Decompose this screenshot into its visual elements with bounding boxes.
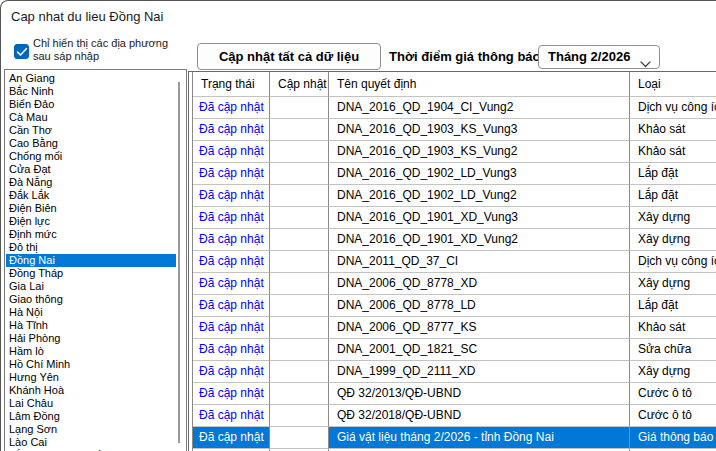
cell-update[interactable] [270,405,329,427]
table-row[interactable]: Đã cập nhậtDNA_2011_QD_37_CIDịch vụ công… [193,251,716,273]
cell-type[interactable]: Xây dựng [630,229,716,251]
cell-status[interactable]: Đã cập nhật [193,119,270,141]
header-status[interactable]: Trạng thái [193,72,270,97]
list-item[interactable]: Gia Lai [6,280,176,293]
cell-name[interactable]: QĐ 32/2018/QĐ-UBND [329,405,630,427]
cell-type[interactable]: Dịch vụ công ích [630,251,716,273]
cell-type[interactable]: Lắp đặt [630,163,716,185]
list-item[interactable]: Đồng Tháp [6,267,176,280]
list-item[interactable]: Lào Cai [6,436,176,449]
table-row[interactable]: Đã cập nhậtGiá vật liệu tháng 2/2026 - t… [193,427,716,449]
cell-type[interactable]: Cước ô tô [630,383,716,405]
list-item[interactable]: Hồ Chí Minh [6,358,176,371]
table-row[interactable]: Đã cập nhậtDNA_2001_QD_1821_SCSửa chữa [193,339,716,361]
cell-name[interactable]: DNA_2001_QD_1821_SC [329,339,630,361]
cell-update[interactable] [270,361,329,383]
cell-name[interactable]: DNA_2016_QD_1903_KS_Vung3 [329,119,630,141]
header-type[interactable]: Loại [630,72,716,97]
cell-update[interactable] [270,97,329,119]
cell-update[interactable] [270,229,329,251]
chevron-down-icon[interactable] [640,54,651,72]
price-time-combobox[interactable]: Tháng 2/2026 [538,45,660,69]
cell-type[interactable]: Khảo sát [630,119,716,141]
list-item[interactable]: Khánh Hoà [6,384,176,397]
cell-update[interactable] [270,427,329,449]
table-row[interactable]: Đã cập nhậtDNA_2016_QD_1901_XD_Vung2Xây … [193,229,716,251]
list-item[interactable]: Cần Thơ [6,124,176,137]
cell-name[interactable]: DNA_2006_QD_8778_LD [329,295,630,317]
list-item[interactable]: Lạng Sơn [6,423,176,436]
cell-type[interactable]: Sửa chữa [630,339,716,361]
list-item[interactable]: Chống mối [6,150,176,163]
cell-name[interactable]: DNA_2016_QD_1901_XD_Vung3 [329,207,630,229]
cell-status[interactable]: Đã cập nhật [193,251,270,273]
cell-status[interactable]: Đã cập nhật [193,97,270,119]
table-row[interactable]: Đã cập nhậtDNA_2016_QD_1902_LD_Vung2Lắp … [193,185,716,207]
cell-name[interactable]: DNA_2011_QD_37_CI [329,251,630,273]
list-item[interactable]: Đắk Lắk [6,189,176,202]
cell-type[interactable]: Lắp đặt [630,295,716,317]
header-name[interactable]: Tên quyết định [329,72,630,97]
cell-status[interactable]: Đã cập nhật [193,229,270,251]
cell-type[interactable]: Khảo sát [630,141,716,163]
cell-update[interactable] [270,273,329,295]
cell-status[interactable]: Đã cập nhật [193,427,270,449]
cell-status[interactable]: Đã cập nhật [193,141,270,163]
list-item[interactable]: Hầm lò [6,345,176,358]
cell-status[interactable]: Đã cập nhật [193,185,270,207]
province-listbox[interactable]: An GiangBắc NinhBiển ĐảoCà MauCần ThơCao… [4,69,187,451]
checkbox-checked-icon[interactable] [14,44,29,59]
cell-type[interactable]: Giá thông báo [630,427,716,449]
listbox-scrollbar[interactable] [178,82,180,443]
cell-name[interactable]: DNA_2016_QD_1903_KS_Vung2 [329,141,630,163]
table-row[interactable]: Đã cập nhậtDNA_2016_QD_1903_KS_Vung3Khảo… [193,119,716,141]
list-item[interactable]: Hà Tĩnh [6,319,176,332]
list-item[interactable]: Đô thị [6,241,176,254]
list-item[interactable]: Bắc Ninh [6,85,176,98]
cell-type[interactable]: Dịch vụ công ích [630,97,716,119]
cell-update[interactable] [270,295,329,317]
cell-status[interactable]: Đã cập nhật [193,207,270,229]
list-item[interactable]: Hưng Yên [6,371,176,384]
list-item[interactable]: Biển Đảo [6,98,176,111]
list-item[interactable]: Định mức [6,228,176,241]
cell-name[interactable]: DNA_2006_QD_8777_KS [329,317,630,339]
table-row[interactable]: Đã cập nhậtQĐ 32/2013/QĐ-UBNDCước ô tô [193,383,716,405]
cell-type[interactable]: Xây dựng [630,361,716,383]
list-item[interactable]: Lâm Đồng [6,410,176,423]
list-item[interactable]: Lai Châu [6,397,176,410]
list-item[interactable]: Hải Phòng [6,332,176,345]
cell-name[interactable]: DNA_1999_QD_2111_XD [329,361,630,383]
cell-status[interactable]: Đã cập nhật [193,383,270,405]
filter-checkbox-group[interactable]: Chỉ hiển thị các địa phương sau sáp nhập [14,37,184,62]
cell-update[interactable] [270,383,329,405]
cell-type[interactable]: Lắp đặt [630,185,716,207]
cell-type[interactable]: Xây dựng [630,207,716,229]
cell-name[interactable]: QĐ 32/2013/QĐ-UBND [329,383,630,405]
cell-name[interactable]: DNA_2016_QD_1904_CI_Vung2 [329,97,630,119]
list-item[interactable]: Đà Nẵng [6,176,176,189]
list-item[interactable]: Hà Nội [6,306,176,319]
update-all-button[interactable]: Cập nhật tất cả dữ liệu [197,43,381,70]
cell-status[interactable]: Đã cập nhật [193,361,270,383]
cell-update[interactable] [270,251,329,273]
cell-type[interactable]: Cước ô tô [630,405,716,427]
table-row[interactable]: Đã cập nhậtDNA_2016_QD_1904_CI_Vung2Dịch… [193,97,716,119]
cell-name[interactable]: Giá vật liệu tháng 2/2026 - tỉnh Đồng Na… [329,427,630,449]
table-row[interactable]: Đã cập nhậtDNA_1999_QD_2111_XDXây dựng [193,361,716,383]
list-item[interactable]: An Giang [6,72,176,85]
list-item[interactable]: Đồng Nai [6,254,176,267]
cell-name[interactable]: DNA_2016_QD_1902_LD_Vung3 [329,163,630,185]
table-row[interactable]: Đã cập nhậtDNA_2006_QD_8778_LDLắp đặt [193,295,716,317]
list-item[interactable]: Cà Mau [6,111,176,124]
table-row[interactable]: Đã cập nhậtDNA_2016_QD_1903_KS_Vung2Khảo… [193,141,716,163]
cell-name[interactable]: DNA_2006_QD_8778_XD [329,273,630,295]
cell-status[interactable]: Đã cập nhật [193,339,270,361]
list-item[interactable]: Giao thông [6,293,176,306]
cell-update[interactable] [270,185,329,207]
header-update[interactable]: Cập nhật [270,72,329,97]
cell-status[interactable]: Đã cập nhật [193,317,270,339]
cell-status[interactable]: Đã cập nhật [193,295,270,317]
cell-status[interactable]: Đã cập nhật [193,273,270,295]
list-item[interactable]: Điện Biên [6,202,176,215]
